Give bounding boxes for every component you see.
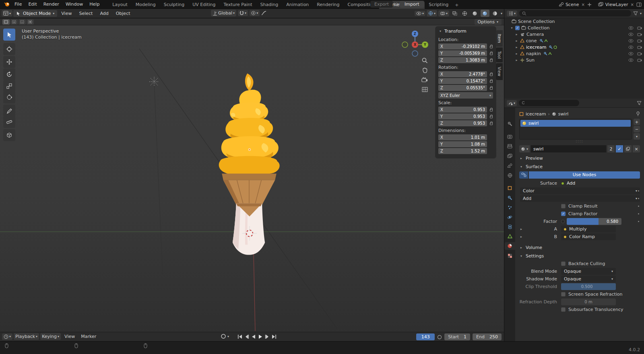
- menu-edit[interactable]: Edit: [25, 1, 40, 8]
- render-camera-icon[interactable]: [637, 58, 642, 62]
- decorator-dot[interactable]: [638, 213, 639, 214]
- shading-wireframe-button[interactable]: [460, 10, 469, 17]
- export-button[interactable]: Export: [370, 1, 393, 8]
- location-x-field[interactable]: X-0.29102 m: [438, 43, 487, 49]
- tab-item[interactable]: Item: [496, 30, 503, 47]
- tab-tool[interactable]: [505, 120, 515, 128]
- workspace-tab-modeling[interactable]: Modeling: [132, 1, 160, 9]
- input-b-field[interactable]: Color Ramp: [561, 233, 616, 240]
- pin-icon[interactable]: [636, 111, 640, 116]
- auto-key-toggle[interactable]: [221, 333, 226, 339]
- play-button[interactable]: [257, 333, 264, 340]
- menu-view[interactable]: View: [58, 10, 75, 17]
- expand-icon[interactable]: ▸: [515, 39, 518, 43]
- clamp-result-checkbox[interactable]: [561, 204, 566, 208]
- location-y-field[interactable]: Y-0.005369 m: [438, 50, 487, 56]
- tab-object[interactable]: [505, 184, 515, 192]
- scene-collection-row[interactable]: Scene Collection: [504, 18, 644, 25]
- gizmos-toggle[interactable]: ▾: [427, 10, 437, 16]
- lock-icon[interactable]: [489, 121, 493, 125]
- scene-unlink-icon[interactable]: ×: [580, 2, 585, 7]
- decorator-dot[interactable]: [638, 198, 639, 199]
- falloff-curve-icon[interactable]: [261, 11, 266, 15]
- rotation-y-field[interactable]: Y0.15472°: [438, 78, 487, 84]
- browse-material-button[interactable]: ▾: [519, 145, 530, 152]
- breadcrumb-material[interactable]: swirl: [558, 111, 568, 117]
- workspace-tab-animation[interactable]: Animation: [282, 1, 313, 9]
- users-count-button[interactable]: 2: [607, 145, 615, 152]
- add-cube-tool[interactable]: [3, 129, 15, 141]
- tab-physics[interactable]: [505, 213, 515, 221]
- remove-slot-button[interactable]: −: [634, 126, 640, 132]
- hide-eye-icon[interactable]: [628, 26, 634, 30]
- tab-material[interactable]: [505, 242, 515, 250]
- expand-icon[interactable]: ▾: [510, 26, 514, 30]
- jump-to-end-button[interactable]: [271, 333, 277, 340]
- subsurface-translucency-checkbox[interactable]: [561, 307, 566, 312]
- blend-mode-dropdown[interactable]: Opaque▾: [561, 268, 616, 275]
- viewlayer-remove-icon[interactable]: ×: [630, 2, 635, 7]
- clip-threshold-slider[interactable]: 0.500: [561, 283, 616, 290]
- viewport-3d[interactable]: User Perspective (143) Collection | icec…: [0, 25, 504, 332]
- workspace-tab-rendering[interactable]: Rendering: [313, 1, 343, 9]
- surface-panel-header[interactable]: ▾Surface: [519, 163, 640, 171]
- rotation-x-field[interactable]: X2.4778°: [438, 71, 487, 77]
- properties-filter-icon[interactable]: [637, 101, 642, 105]
- tab-constraints[interactable]: [505, 223, 515, 231]
- visibility-dropdown[interactable]: ▾: [415, 11, 425, 16]
- panel-collapse-icon[interactable]: ▾: [438, 29, 442, 33]
- editor-type-button[interactable]: ▾: [2, 10, 12, 16]
- hide-eye-icon[interactable]: [628, 52, 634, 56]
- lock-icon[interactable]: [489, 115, 493, 118]
- shading-rendered-button[interactable]: [491, 10, 500, 17]
- lock-icon[interactable]: [489, 45, 493, 48]
- timeline-editor-type-button[interactable]: ▾: [2, 333, 12, 340]
- play-reverse-button[interactable]: [250, 333, 257, 340]
- outliner-item-sun[interactable]: ▸ Sun: [504, 57, 644, 63]
- workspace-tab-texture-paint[interactable]: Texture Paint: [220, 1, 256, 9]
- color-dropdown[interactable]: Color▾: [520, 187, 640, 194]
- hide-eye-icon[interactable]: [628, 58, 634, 62]
- tab-texture[interactable]: [505, 252, 515, 259]
- material-slot-selected[interactable]: swirl: [520, 120, 631, 127]
- expand-icon[interactable]: ▸: [515, 45, 518, 49]
- tab-tool[interactable]: Tool: [496, 47, 503, 62]
- lock-icon[interactable]: [489, 72, 493, 76]
- import-button[interactable]: Import: [400, 1, 424, 8]
- expand-icon[interactable]: ▸: [519, 235, 523, 239]
- breadcrumb-object[interactable]: icecream: [526, 111, 546, 117]
- surface-shader-value[interactable]: Add: [567, 181, 575, 186]
- tab-modifiers[interactable]: [505, 194, 515, 202]
- shading-dropdown-icon[interactable]: ▾: [501, 12, 502, 15]
- lock-icon[interactable]: [489, 108, 493, 111]
- add-slot-button[interactable]: +: [634, 119, 640, 125]
- workspace-tab-sculpting[interactable]: Sculpting: [160, 1, 188, 9]
- axis-navigation-gizmo[interactable]: Z Y X: [402, 29, 428, 57]
- pan-hand-icon[interactable]: [420, 66, 429, 74]
- filter-icon[interactable]: [633, 11, 638, 16]
- grid-ortho-icon[interactable]: [420, 85, 429, 94]
- backface-culling-checkbox[interactable]: [561, 261, 566, 266]
- snap-magnet-button[interactable]: ▾: [238, 10, 248, 16]
- expand-icon[interactable]: ▸: [515, 58, 518, 62]
- dimensions-x-field[interactable]: X1.01 m: [438, 134, 487, 140]
- select-mode-invert-icon[interactable]: [27, 19, 34, 25]
- overlays-toggle[interactable]: ▾: [438, 10, 449, 16]
- clamp-factor-checkbox[interactable]: ✓: [561, 212, 566, 216]
- blend-type-dropdown[interactable]: Add▾: [520, 195, 640, 202]
- render-camera-icon[interactable]: [637, 26, 642, 30]
- new-material-button[interactable]: [624, 145, 632, 152]
- transform-tool[interactable]: [3, 91, 15, 103]
- scale-tool[interactable]: [3, 80, 15, 92]
- outliner-options-icon[interactable]: ▾: [640, 12, 642, 15]
- render-camera-icon[interactable]: [637, 33, 642, 36]
- outliner-item-cone[interactable]: ▸ cone: [504, 37, 644, 44]
- scale-z-field[interactable]: Z0.953: [438, 120, 487, 126]
- move-tool[interactable]: [3, 56, 15, 68]
- decorator-dot[interactable]: [638, 206, 639, 207]
- workspace-add-button[interactable]: +: [452, 1, 461, 9]
- rotation-z-field[interactable]: Z0.05535°: [438, 85, 487, 91]
- collection-checkbox[interactable]: ✓: [515, 26, 520, 30]
- volume-panel-header[interactable]: ▸Volume: [519, 244, 640, 251]
- viewlayer-selector[interactable]: ViewLayer: [605, 2, 628, 7]
